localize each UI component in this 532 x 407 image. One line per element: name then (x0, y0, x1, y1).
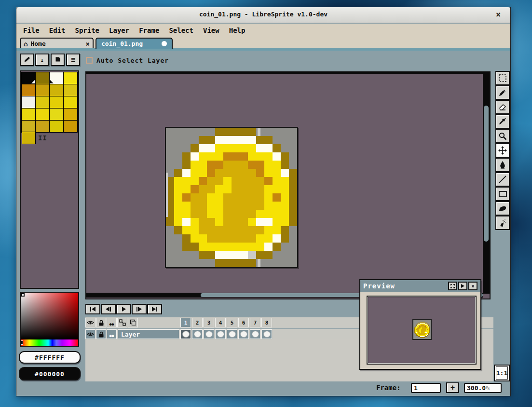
palette-swatch[interactable] (22, 121, 35, 132)
palette-swatch[interactable] (64, 121, 77, 132)
preview-title-bar[interactable]: Preview × (360, 280, 480, 292)
layer-name[interactable]: Layer (118, 329, 179, 339)
cel-frame-2[interactable] (192, 329, 203, 339)
foreground-color-button[interactable]: #FFFFFF (19, 351, 81, 364)
palette-swatch[interactable] (64, 72, 77, 84)
palette-swatch[interactable] (50, 72, 63, 84)
menu-view[interactable]: View (198, 25, 224, 36)
window-close-button[interactable]: × (493, 9, 504, 20)
palette-swatch[interactable] (50, 84, 63, 96)
sprite-canvas[interactable] (165, 127, 298, 268)
cel-frame-6[interactable] (238, 329, 249, 339)
prev-frame-button[interactable] (101, 304, 116, 314)
frame-header-5[interactable]: 5 (227, 318, 237, 327)
palette-swatch[interactable] (50, 96, 63, 108)
hue-cursor[interactable] (21, 340, 23, 345)
palette-options-button[interactable]: ≡ (66, 54, 80, 66)
palette-swatch[interactable] (64, 96, 77, 108)
new-palette-button[interactable] (51, 54, 65, 66)
saturation-value-gradient[interactable] (21, 293, 78, 339)
palette-swatch[interactable] (50, 121, 63, 132)
background-color-button[interactable]: #000000 (19, 367, 81, 380)
frame-header-3[interactable]: 3 (204, 318, 214, 327)
cel-frame-7[interactable] (250, 329, 260, 339)
cel-frame-4[interactable] (215, 329, 226, 339)
preview-play-button[interactable] (458, 282, 467, 290)
menu-sprite[interactable]: Sprite (70, 25, 104, 36)
tab-coin-01-png[interactable]: coin_01.png (95, 38, 173, 49)
cel-frame-3[interactable] (204, 329, 214, 339)
palette-swatch[interactable] (50, 109, 63, 120)
paint-bucket-tool[interactable] (495, 158, 510, 172)
palette-swatch[interactable] (36, 72, 49, 84)
pencil-tool[interactable] (495, 85, 510, 100)
play-button[interactable] (116, 304, 131, 314)
cels-toggle[interactable]: ●● (107, 318, 117, 327)
contour-tool[interactable] (495, 201, 510, 216)
menu-help[interactable]: Help (224, 25, 250, 36)
cel-frame-1[interactable] (180, 329, 191, 339)
palette-swatch[interactable] (64, 109, 77, 120)
canvas-viewport[interactable] (85, 71, 491, 299)
last-frame-button[interactable] (147, 304, 162, 314)
duplicates-toggle[interactable] (128, 318, 138, 327)
line-tool[interactable] (495, 172, 510, 187)
frame-header-1[interactable]: 1 (180, 318, 191, 327)
menu-layer[interactable]: Layer (104, 25, 134, 36)
palette-swatch[interactable] (64, 84, 77, 96)
palette-swatch[interactable] (22, 84, 35, 96)
title-bar[interactable]: coin_01.png - LibreSprite v1.0-dev × (16, 7, 510, 23)
frame-header-6[interactable]: 6 (238, 318, 249, 327)
lock-toggle[interactable] (96, 318, 106, 327)
zoom-1-1-button[interactable]: 1:1 (494, 365, 510, 381)
tab-home-close-icon[interactable]: × (86, 40, 90, 48)
hue-bar[interactable] (21, 339, 78, 346)
palette-swatch[interactable] (22, 109, 35, 120)
auto-select-layer-checkbox[interactable] (86, 57, 93, 64)
rectangular-marquee-tool[interactable] (495, 71, 510, 85)
palette-swatch[interactable] (36, 96, 49, 108)
tab-home[interactable]: ⌂ Home × (20, 38, 94, 49)
linked-toggle[interactable] (117, 318, 127, 327)
next-frame-button[interactable] (132, 304, 147, 314)
edit-palette-button[interactable] (20, 54, 34, 66)
preview-close-button[interactable]: × (468, 282, 477, 290)
palette-swatch[interactable] (22, 72, 35, 84)
vertical-scrollbar-thumb[interactable] (484, 106, 489, 242)
sv-cursor[interactable] (21, 293, 25, 297)
palette-swatch[interactable] (36, 84, 49, 96)
move-tool[interactable] (495, 143, 510, 158)
add-frame-button[interactable]: + (446, 382, 459, 393)
menu-edit[interactable]: Edit (44, 25, 70, 36)
preview-window[interactable]: Preview × (359, 279, 481, 370)
frame-number-input[interactable]: 1 (411, 383, 441, 393)
menu-file[interactable]: File (18, 25, 44, 36)
layer-eye-toggle[interactable] (85, 329, 95, 339)
palette-swatch[interactable] (36, 121, 49, 132)
preview-center-button[interactable] (448, 282, 457, 290)
zoom-tool[interactable] (495, 129, 510, 143)
cel-frame-8[interactable] (261, 329, 272, 339)
libresprite-window: coin_01.png - LibreSprite v1.0-dev × Fil… (16, 7, 511, 396)
rectangle-tool[interactable] (495, 187, 510, 201)
eyedropper-tool[interactable] (495, 114, 510, 129)
first-frame-button[interactable] (85, 304, 100, 314)
spray-tool[interactable] (495, 216, 510, 230)
menu-frame[interactable]: Frame (134, 25, 164, 36)
layer-lock-toggle[interactable] (96, 329, 106, 339)
frame-header-7[interactable]: 7 (250, 318, 260, 327)
palette-swatch[interactable] (36, 109, 49, 120)
frame-header-2[interactable]: 2 (192, 318, 203, 327)
zoom-input[interactable]: 300.0% (464, 383, 502, 393)
frame-header-4[interactable]: 4 (215, 318, 226, 327)
eraser-tool[interactable] (495, 100, 510, 114)
menu-select[interactable]: Select (164, 25, 198, 36)
frame-header-8[interactable]: 8 (261, 318, 272, 327)
palette-swatch[interactable] (22, 96, 35, 108)
palette-swatch[interactable] (22, 132, 36, 144)
vertical-scrollbar[interactable] (483, 74, 490, 294)
cel-frame-5[interactable] (227, 329, 237, 339)
palette-presets-button[interactable]: ↓ (35, 54, 49, 66)
eye-toggle[interactable] (85, 318, 95, 327)
layer-cels-toggle[interactable]: ●● (107, 329, 117, 339)
